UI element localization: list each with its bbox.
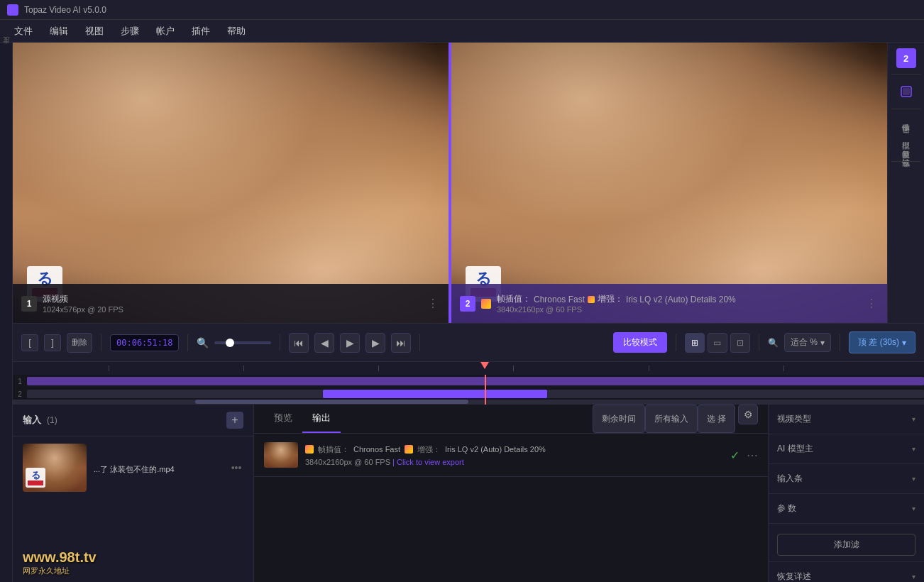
zoom-fit-label: 适合 % (791, 336, 818, 348)
search-icon[interactable]: 🔍 (197, 337, 209, 348)
main-layout: 度 る 1 源视频 1024x576px @ 20 FPS (0, 43, 924, 582)
input-thumbnail-0: る (23, 444, 87, 492)
menu-file[interactable]: 文件 (7, 22, 40, 40)
input-item-0: る ...了 泳装包不住的.mp4 ••• (13, 436, 253, 499)
sidebar-divider2 (891, 109, 920, 109)
panel-number-right: 2 (460, 296, 475, 312)
export-btn-label: 顶 差 (30s) (858, 336, 899, 348)
zoom-chevron: ▾ (820, 338, 825, 348)
zoom-slider[interactable] (214, 341, 271, 344)
export-props-0: 帧插值： Chronos Fast 增强： Iris LQ v2 (Auto) … (305, 444, 723, 455)
panel-divider[interactable] (449, 43, 451, 323)
export-settings-icon[interactable]: ⚙ (738, 405, 758, 424)
video-bg-left (13, 43, 449, 323)
track-bg-1 (27, 377, 924, 385)
view-btn-grid[interactable]: ⊞ (685, 333, 705, 353)
play-btn[interactable]: ▶ (340, 333, 360, 353)
input-more-btn-0[interactable]: ••• (229, 461, 243, 475)
tab-preview[interactable]: 预览 (264, 405, 302, 433)
menu-edit[interactable]: 编辑 (43, 22, 75, 40)
video-bg-right (451, 43, 887, 323)
skip-fwd-btn[interactable]: ⏭ (391, 333, 411, 353)
ctrl-divider1 (101, 334, 101, 351)
panel-section-add-filter: 添加滤 (769, 524, 924, 562)
ctrl-divider6 (759, 334, 759, 351)
section-header-ai-model[interactable]: AI 模型主 ▾ (777, 440, 915, 458)
tick6 (783, 366, 784, 371)
track-label-2: 2 (13, 390, 27, 398)
section-header-input[interactable]: 输入条 ▾ (777, 470, 915, 488)
panel-menu-right[interactable]: ⋮ (866, 297, 879, 310)
watermark-main: www.98t.tv (23, 549, 243, 566)
export-chevron: ▾ (902, 338, 906, 348)
panel-resolution-right: 3840x2160px @ 60 FPS (497, 305, 736, 314)
timeline-scrollbar[interactable] (13, 400, 924, 404)
left-strip: 度 (0, 43, 13, 582)
svg-rect-2 (903, 88, 910, 95)
panel-enhance-value: Iris LQ v2 (Auto) Details 20% (626, 295, 736, 304)
panel-section-params: 参 数 ▾ (769, 494, 924, 524)
export-enhance-value: Iris LQ v2 (Auto) Details 20% (445, 445, 546, 454)
all-inputs-btn[interactable]: 所有输入 (645, 405, 698, 433)
panel-section-restore: 恢复详述 ▾ (769, 562, 924, 582)
export-click-link[interactable]: | Click to view export (392, 458, 464, 466)
panel-info-right: 2 帧插值： Chronos Fast 增强： Iris LQ v2 (Auto… (451, 284, 887, 323)
chevron-input: ▾ (912, 475, 915, 483)
compare-mode-btn[interactable]: 比较模式 (613, 332, 667, 353)
panel-number-left: 1 (21, 296, 37, 312)
section-header-video-type[interactable]: 视频类型 ▾ (777, 410, 915, 428)
track-clip-2 (323, 390, 547, 398)
zoom-thumb (226, 339, 234, 347)
section-header-params[interactable]: 参 数 ▾ (777, 500, 915, 517)
step-back-btn[interactable]: ◀ (314, 333, 334, 353)
sidebar-layers-icon[interactable] (895, 80, 918, 103)
view-btn-tall[interactable]: ⊡ (730, 333, 750, 353)
input-panel: 输入 (1) + る ...了 泳装包不住的.mp4 • (13, 405, 254, 582)
sidebar-repeat-label: 重复帧 (901, 141, 911, 147)
select-btn[interactable]: 选 择 (698, 405, 735, 433)
zoom-fit-btn[interactable]: 适合 % ▾ (784, 333, 831, 352)
chevron-ai-model: ▾ (912, 445, 915, 453)
tick3 (378, 366, 379, 371)
track-bg-2 (27, 390, 924, 398)
menu-account[interactable]: 帐户 (149, 22, 182, 40)
remaining-time-btn[interactable]: 剩余时间 (593, 405, 645, 433)
timecode-display[interactable]: 00:06:51:18 (110, 334, 179, 351)
bracket-open-btn[interactable]: [ (21, 334, 38, 351)
export-btn[interactable]: 顶 差 (30s) ▾ (849, 331, 915, 353)
export-thumb-bg-0 (264, 442, 298, 468)
panel-label-left: 源视频 (43, 293, 123, 305)
zoom-search-icon[interactable]: 🔍 (768, 338, 779, 348)
export-chip-icon (305, 445, 314, 454)
skip-back-btn[interactable]: ⏮ (289, 333, 309, 353)
export-frame-label: 帧插值： (318, 444, 349, 455)
section-label-input: 输入条 (777, 473, 803, 485)
menu-steps[interactable]: 步骤 (114, 22, 146, 40)
menu-help[interactable]: 帮助 (220, 22, 253, 40)
export-more-btn[interactable]: ⋯ (747, 449, 758, 462)
view-btn-wide[interactable]: ▭ (708, 333, 727, 353)
menu-view[interactable]: 视图 (78, 22, 111, 40)
menu-plugins[interactable]: 插件 (185, 22, 217, 40)
delete-btn[interactable]: 删除 (67, 333, 92, 353)
panel-icon2 (588, 296, 595, 303)
add-filter-btn[interactable]: 添加滤 (777, 534, 915, 556)
export-thumb-0 (264, 442, 298, 468)
tabs-spacer (341, 405, 593, 433)
right-sidebar: 2 慢动作 AI 模型 重复帧 敏感性 (887, 43, 924, 323)
video-panel-left: る 1 源视频 1024x576px @ 20 FPS ⋮ (13, 43, 449, 323)
track-row-2: 2 (13, 388, 924, 400)
controls-area: [ ] 删除 00:06:51:18 🔍 ⏮ ◀ ▶ ▶ ⏭ 比较模式 ⊞ ▭ … (13, 323, 924, 362)
panel-menu-left[interactable]: ⋮ (427, 297, 440, 310)
section-header-restore[interactable]: 恢复详述 ▾ (777, 568, 915, 582)
chevron-restore: ▾ (912, 573, 915, 581)
bracket-close-btn[interactable]: ] (44, 334, 61, 351)
tick2 (243, 366, 244, 371)
tab-output[interactable]: 输出 (302, 405, 341, 433)
section-label-params: 参 数 (777, 503, 796, 515)
add-input-btn[interactable]: + (226, 412, 243, 429)
step-fwd-btn[interactable]: ▶ (365, 333, 385, 353)
tick4 (513, 366, 514, 371)
video-panel-right: る 2 帧插值： Chronos Fast 增强： Iris LQ v2 (Au… (451, 43, 887, 323)
panel-enhance-label: 增强： (598, 293, 623, 305)
